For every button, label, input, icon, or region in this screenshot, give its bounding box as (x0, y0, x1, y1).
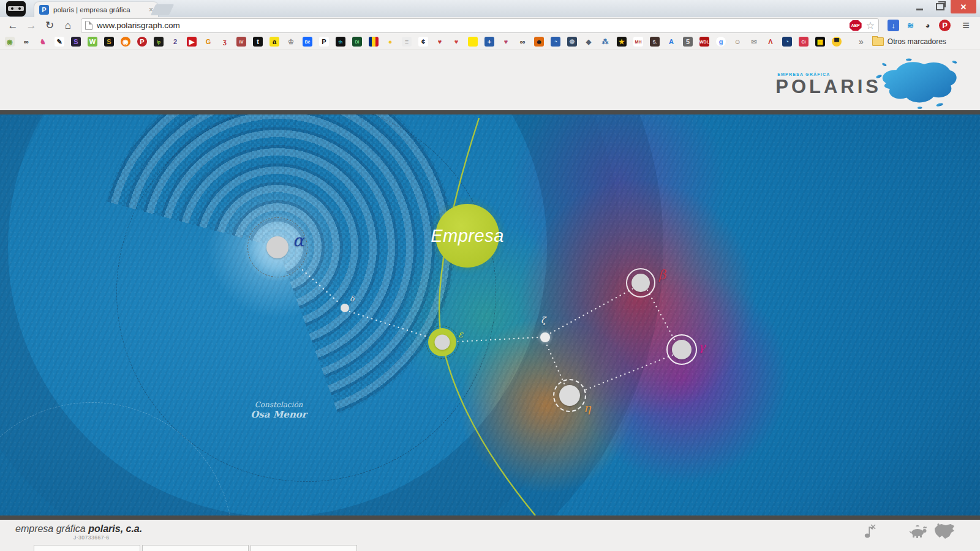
heart-red-bookmark-icon[interactable]: ♥ (435, 37, 445, 47)
star-label-epsilon: ε (458, 329, 463, 340)
deer-bookmark-icon[interactable]: ♞ (38, 37, 48, 47)
adblock-abp-icon[interactable]: ABP (850, 20, 862, 31)
paw-snow-bookmark-icon[interactable]: ⁂ (600, 37, 610, 47)
star-epsilon[interactable] (428, 328, 456, 356)
cool-face-bookmark-icon[interactable]: ▀ (832, 37, 842, 47)
star-zeta[interactable] (540, 332, 550, 342)
g-crest-bookmark-icon[interactable]: G (203, 37, 213, 47)
star-delta[interactable] (341, 304, 349, 312)
bookmarks-overflow-chevron[interactable]: » (859, 37, 864, 47)
s-purple-bookmark-icon[interactable]: S (71, 37, 81, 47)
download-extension-icon[interactable]: ↓ (888, 20, 899, 31)
venezuela-map-icon[interactable] (932, 522, 957, 541)
star-eta[interactable] (553, 379, 586, 412)
shield-bookmark-icon[interactable]: ◆ (584, 37, 594, 47)
iv-bookmark-icon[interactable]: IV (236, 37, 246, 47)
star-core (266, 236, 288, 258)
footer-company-name: polaris, c.a. (88, 523, 142, 534)
pixel-grid-bookmark-icon[interactable]: ▦ (815, 37, 825, 47)
twitter-dark-bookmark-icon[interactable]: t (253, 37, 263, 47)
home-button[interactable]: ⌂ (60, 18, 76, 33)
heart-maroon-bookmark-icon[interactable]: ♥ (501, 37, 511, 47)
other-bookmarks-label: Otros marcadores (888, 37, 946, 46)
back-button[interactable]: ← (5, 18, 21, 33)
site-footer: empresa gráfica polaris, c.a. J-30733667… (0, 520, 980, 551)
lightbulb-bookmark-icon[interactable]: ● (385, 37, 395, 47)
empresa-node[interactable]: Empresa (435, 204, 499, 268)
grooveshark-bookmark-icon[interactable]: ◉ (121, 37, 130, 47)
caption-line2: Osa Menor (233, 410, 325, 420)
clock-extension-icon[interactable]: ◕ (922, 20, 933, 31)
turtle-icon[interactable] (907, 522, 931, 541)
dial-badge-bookmark-icon[interactable]: ◔ (782, 37, 792, 47)
waves-extension-icon[interactable]: ≋ (905, 20, 916, 31)
address-bar[interactable]: www.polarisgraph.com ABP ☆ (81, 18, 879, 33)
folder-icon (872, 37, 884, 46)
duck-bookmark-icon[interactable]: 2 (170, 37, 180, 47)
yellow-square-bookmark-icon[interactable] (468, 37, 478, 47)
footer-separator (0, 515, 980, 520)
ci-bookmark-icon[interactable]: Ci (799, 37, 809, 47)
other-bookmarks-button[interactable]: Otros marcadores (872, 37, 946, 46)
forward-button[interactable]: → (23, 18, 39, 33)
bookmarks-bar: ◉∞♞✎SWS◉Plp2▶GʒIVta♔BēPthDI●≡¢♥♥+♥oo☻◔☸◆… (0, 34, 980, 50)
speedometer-bookmark-icon[interactable]: ◔ (551, 37, 560, 47)
mail-bookmark-icon[interactable]: ✉ (749, 37, 759, 47)
new-tab-button[interactable] (151, 4, 174, 15)
wdl-bookmark-icon[interactable]: WDL (699, 37, 709, 47)
star-label-zeta: ζ (541, 315, 546, 325)
star-frame-bookmark-icon[interactable]: ★ (617, 37, 627, 47)
swirl-bookmark-icon[interactable]: ʒ (220, 37, 230, 47)
mh-bookmark-icon[interactable]: MH (633, 37, 643, 47)
mailchimp-bookmark-icon[interactable]: ☺ (733, 37, 742, 47)
romania-flag-bookmark-icon[interactable] (369, 37, 379, 47)
pinterest-bookmark-icon[interactable]: P (137, 37, 147, 47)
music-off-icon[interactable] (858, 522, 882, 541)
restore-button[interactable] (930, 0, 951, 13)
clover-blue-bookmark-icon[interactable]: + (484, 37, 494, 47)
p-mono-bookmark-icon[interactable]: P (319, 37, 329, 47)
sooty-bookmark-icon[interactable]: ☻ (534, 37, 544, 47)
profile-avatar-ninja[interactable] (6, 1, 26, 17)
screenshot-bookmark-icon[interactable]: ◉ (5, 37, 15, 47)
lp-bookmark-icon[interactable]: lp (154, 37, 164, 47)
crown-bookmark-icon[interactable]: ♔ (286, 37, 296, 47)
infinity-bookmark-icon[interactable]: ∞ (21, 37, 31, 47)
browser-tab[interactable]: P polaris | empresa gráfica × (34, 2, 158, 17)
pinterest-extension-icon[interactable]: P (939, 20, 951, 31)
cent-bubble-bookmark-icon[interactable]: ¢ (418, 37, 428, 47)
google-bookmark-icon[interactable]: g (716, 37, 726, 47)
tab-title: polaris | empresa gráfica (53, 6, 145, 13)
bookmarks-strip: ◉∞♞✎SWS◉Plp2▶GʒIVta♔BēPthDI●≡¢♥♥+♥oo☻◔☸◆… (5, 37, 848, 47)
youtube-bookmark-icon[interactable]: ▶ (187, 37, 197, 47)
five-gray-bookmark-icon[interactable]: 5 (683, 37, 693, 47)
close-window-button[interactable]: ✕ (951, 0, 976, 13)
pen-bookmark-icon[interactable]: ✎ (55, 37, 64, 47)
lambda-bookmark-icon[interactable]: Λ (766, 37, 775, 47)
url-text[interactable]: www.polarisgraph.com (97, 21, 845, 30)
s-dot-bookmark-icon[interactable]: S. (650, 37, 660, 47)
translate-bookmark-icon[interactable]: A (666, 37, 676, 47)
constellation-caption: Constelación Osa Menor (233, 401, 325, 420)
chrome-menu-icon[interactable]: ≡ (957, 18, 975, 32)
star-gamma[interactable] (666, 334, 697, 365)
site-header: EMPRESA GRÁFICA POLARIS (0, 50, 980, 110)
behance-bookmark-icon[interactable]: Bē (303, 37, 312, 47)
reload-button[interactable]: ↻ (42, 18, 58, 33)
textpage-bookmark-icon[interactable]: ≡ (402, 37, 412, 47)
cutoff-panel (34, 545, 140, 551)
a-yellow-bookmark-icon[interactable]: a (270, 37, 279, 47)
th-teal-bookmark-icon[interactable]: th (336, 37, 345, 47)
bookmark-star-icon[interactable]: ☆ (866, 20, 875, 31)
gear-bookmark-icon[interactable]: ☸ (567, 37, 577, 47)
minimize-button[interactable] (909, 0, 930, 13)
empresa-label: Empresa (431, 226, 504, 246)
s-gold-bookmark-icon[interactable]: S (104, 37, 114, 47)
heart-striped-bookmark-icon[interactable]: ♥ (451, 37, 461, 47)
di-green-bookmark-icon[interactable]: DI (352, 37, 362, 47)
polaris-logo[interactable]: EMPRESA GRÁFICA POLARIS (775, 58, 962, 110)
star-beta[interactable] (626, 268, 655, 298)
page-document-icon (85, 21, 92, 30)
wattpad-bookmark-icon[interactable]: W (88, 37, 97, 47)
googly-eyes-bookmark-icon[interactable]: oo (518, 37, 527, 47)
